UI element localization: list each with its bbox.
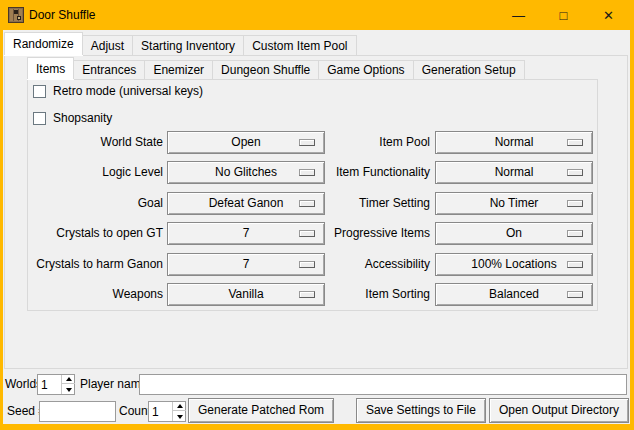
tab-label: Starting Inventory xyxy=(141,39,235,53)
item-sorting-label: Item Sorting xyxy=(298,283,430,306)
item-pool-dropdown[interactable]: Normal xyxy=(435,131,593,154)
tab-label: Enemizer xyxy=(153,63,204,77)
tab-enemizer[interactable]: Enemizer xyxy=(144,60,213,79)
worlds-spin-buttons xyxy=(61,375,74,394)
arrow-up-icon xyxy=(66,377,72,381)
tab-dungeon-shuffle[interactable]: Dungeon Shuffle xyxy=(212,60,319,79)
accessibility-dropdown[interactable]: 100% Locations xyxy=(435,253,593,276)
count-spinbox xyxy=(148,401,186,422)
count-input[interactable] xyxy=(149,402,172,421)
count-label: Count xyxy=(119,401,151,422)
door-shuffle-window: Door Shuffle — □ ✕ Randomize Adjust Star… xyxy=(0,0,634,430)
tab-label: Custom Item Pool xyxy=(252,39,347,53)
tab-custom-item-pool[interactable]: Custom Item Pool xyxy=(243,35,356,55)
shopsanity-checkbox[interactable] xyxy=(33,112,46,125)
menu-indicator-icon xyxy=(567,139,583,146)
crystals-open-gt-label: Crystals to open GT xyxy=(28,222,163,245)
maximize-icon: □ xyxy=(560,9,568,22)
menu-indicator-icon xyxy=(567,169,583,176)
close-button[interactable]: ✕ xyxy=(586,0,631,30)
tab-adjust[interactable]: Adjust xyxy=(82,35,133,55)
weapons-value: Vanilla xyxy=(228,287,263,301)
minimize-icon: — xyxy=(512,9,525,22)
crystals-harm-ganon-label: Crystals to harm Ganon xyxy=(28,253,163,276)
spin-up-button[interactable] xyxy=(173,402,186,411)
shopsanity-label: Shopsanity xyxy=(53,111,112,125)
retro-mode-label: Retro mode (universal keys) xyxy=(53,84,203,98)
accessibility-value: 100% Locations xyxy=(471,257,556,271)
item-functionality-value: Normal xyxy=(495,165,534,179)
count-spin-buttons xyxy=(172,402,185,421)
tab-label: Items xyxy=(36,62,65,76)
tab-label: Randomize xyxy=(13,37,74,51)
tab-generation-setup[interactable]: Generation Setup xyxy=(413,60,525,79)
item-pool-value: Normal xyxy=(495,135,534,149)
arrow-down-icon xyxy=(66,388,72,392)
spin-up-button[interactable] xyxy=(62,375,75,384)
accessibility-label: Accessibility xyxy=(298,253,430,276)
tab-randomize[interactable]: Randomize xyxy=(4,32,83,55)
tab-label: Generation Setup xyxy=(422,63,516,77)
tab-label: Dungeon Shuffle xyxy=(221,63,310,77)
logic-level-value: No Glitches xyxy=(215,165,277,179)
goal-value: Defeat Ganon xyxy=(209,196,284,210)
item-sorting-value: Balanced xyxy=(489,287,539,301)
spin-down-button[interactable] xyxy=(173,412,186,421)
item-sorting-dropdown[interactable]: Balanced xyxy=(435,283,593,306)
window-title: Door Shuffle xyxy=(29,8,96,22)
weapons-label: Weapons xyxy=(28,283,163,306)
item-functionality-label: Item Functionality xyxy=(298,161,430,184)
tab-label: Entrances xyxy=(82,63,136,77)
item-functionality-dropdown[interactable]: Normal xyxy=(435,161,593,184)
crystals-open-gt-value: 7 xyxy=(243,226,250,240)
window-controls: — □ ✕ xyxy=(496,0,631,30)
bottom-right-buttons: Save Settings to File Open Output Direct… xyxy=(356,398,629,423)
seed-input[interactable] xyxy=(39,401,116,422)
tab-label: Game Options xyxy=(327,63,404,77)
door-icon xyxy=(8,7,24,23)
tab-label: Adjust xyxy=(91,39,124,53)
maximize-button[interactable]: □ xyxy=(541,0,586,30)
progressive-items-label: Progressive Items xyxy=(298,222,430,245)
logic-level-label: Logic Level xyxy=(28,161,163,184)
shopsanity-row: Shopsanity xyxy=(33,111,112,125)
close-icon: ✕ xyxy=(603,9,614,22)
tab-starting-inventory[interactable]: Starting Inventory xyxy=(132,35,244,55)
progressive-items-dropdown[interactable]: On xyxy=(435,222,593,245)
tab-entrances[interactable]: Entrances xyxy=(73,60,145,79)
main-tabbar: Randomize Adjust Starting Inventory Cust… xyxy=(4,32,356,55)
arrow-up-icon xyxy=(177,404,183,408)
tab-game-options[interactable]: Game Options xyxy=(318,60,413,79)
sub-tabbar: Items Entrances Enemizer Dungeon Shuffle… xyxy=(27,57,524,79)
menu-indicator-icon xyxy=(567,261,583,268)
menu-indicator-icon xyxy=(567,200,583,207)
generate-patched-rom-button[interactable]: Generate Patched Rom xyxy=(188,398,334,423)
crystals-harm-ganon-value: 7 xyxy=(243,257,250,271)
timer-setting-value: No Timer xyxy=(490,196,539,210)
menu-indicator-icon xyxy=(567,291,583,298)
menu-indicator-icon xyxy=(567,230,583,237)
goal-label: Goal xyxy=(28,192,163,215)
timer-setting-dropdown[interactable]: No Timer xyxy=(435,192,593,215)
retro-mode-checkbox[interactable] xyxy=(33,85,46,98)
worlds-input[interactable] xyxy=(38,375,61,394)
arrow-down-icon xyxy=(177,415,183,419)
minimize-button[interactable]: — xyxy=(496,0,541,30)
player-names-input[interactable] xyxy=(139,374,627,395)
item-pool-label: Item Pool xyxy=(298,131,430,154)
open-output-directory-button[interactable]: Open Output Directory xyxy=(489,398,629,423)
timer-setting-label: Timer Setting xyxy=(298,192,430,215)
worlds-spinbox xyxy=(37,374,75,395)
progressive-items-value: On xyxy=(506,226,522,240)
spin-down-button[interactable] xyxy=(62,385,75,394)
titlebar: Door Shuffle — □ ✕ xyxy=(0,0,634,30)
save-settings-button[interactable]: Save Settings to File xyxy=(356,398,486,423)
retro-mode-row: Retro mode (universal keys) xyxy=(33,84,203,98)
world-state-label: World State xyxy=(28,131,163,154)
tab-items[interactable]: Items xyxy=(27,57,74,79)
world-state-value: Open xyxy=(231,135,260,149)
